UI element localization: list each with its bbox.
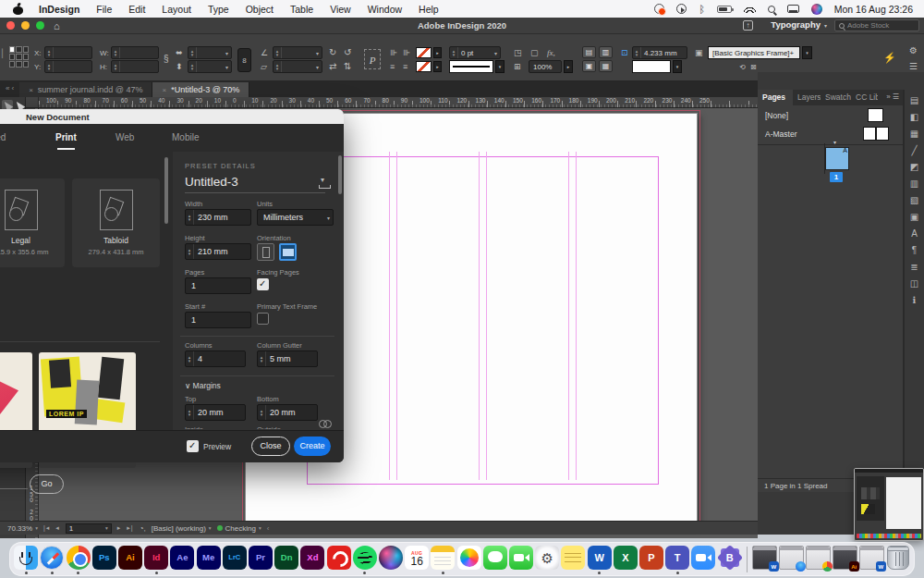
dock-calendar[interactable]: AUG16 [405, 544, 429, 574]
details-scrollbar[interactable] [338, 155, 342, 194]
panel-menu-icon[interactable]: ☰ [909, 62, 918, 71]
preset-card-legal[interactable]: Legal 215.9 x 355.6 mm [0, 178, 65, 267]
stepper-icon[interactable] [274, 47, 282, 58]
tab-mobile[interactable]: Mobile [172, 132, 199, 142]
stepper-icon[interactable] [633, 47, 641, 58]
text-wrap-none-icon[interactable]: ▤ [582, 46, 596, 58]
screen-recording-preview[interactable] [854, 468, 924, 541]
dock-window-2[interactable] [779, 544, 804, 574]
zoom-level-dropdown[interactable]: 70.33% [7, 524, 38, 533]
stepper-icon[interactable] [186, 351, 194, 366]
constrain-scale-link-icon[interactable]: 8 [237, 48, 251, 72]
fill-swatch-none[interactable] [416, 47, 432, 58]
primary-text-frame-checkbox[interactable] [257, 313, 269, 325]
constrain-dimensions-icon[interactable]: § [164, 55, 169, 64]
preset-card-tabloid[interactable]: Tabloid 279.4 x 431.8 mm [72, 178, 160, 267]
dock-facetime[interactable] [509, 544, 533, 574]
align-left-icon[interactable]: ⊪ [390, 48, 397, 57]
gradient-panel-icon[interactable]: ▧ [910, 195, 918, 205]
dock-teams[interactable]: T [665, 544, 689, 574]
stepper-icon[interactable] [186, 210, 194, 225]
color-panel-icon[interactable]: ◩ [910, 162, 918, 172]
master-row-none[interactable]: [None] [758, 106, 903, 124]
margin-bottom-field[interactable]: 20 mm [257, 404, 318, 421]
distribute-icon[interactable]: ≡ [390, 62, 395, 71]
dock-system-preferences[interactable]: ⚙ [535, 544, 559, 574]
next-page-button[interactable]: ▸ [117, 524, 122, 532]
x-field[interactable] [44, 46, 92, 59]
character-panel-icon[interactable]: A [911, 228, 918, 239]
select-container-icon[interactable]: P [364, 49, 381, 69]
dock-xd[interactable]: Xd [300, 544, 324, 574]
panel-tab-layers[interactable]: Layers [793, 90, 821, 105]
previous-page-button[interactable]: ◂ [55, 524, 60, 532]
dock-acrobat[interactable] [327, 544, 351, 574]
info-panel-icon[interactable]: ℹ [913, 295, 917, 305]
screen-record-icon[interactable] [654, 4, 664, 14]
stroke-style-preview[interactable] [449, 60, 493, 73]
flip-horizontal-icon[interactable]: ⇄ [329, 62, 336, 71]
break-link-style-icon[interactable]: ⊠ [750, 63, 757, 72]
menu-object[interactable]: Object [237, 4, 282, 15]
dialog-title-bar[interactable]: New Document [0, 109, 344, 124]
dock-siri[interactable] [379, 544, 403, 574]
reference-point-proxy[interactable] [9, 46, 29, 68]
doc-width-field[interactable]: 230 mm [185, 209, 251, 226]
flip-vertical-icon[interactable]: ⇅ [344, 62, 351, 71]
menu-view[interactable]: View [322, 4, 359, 15]
stepper-icon[interactable] [112, 47, 120, 58]
close-button[interactable]: Close [251, 437, 290, 456]
swatch-preview[interactable] [632, 60, 671, 73]
layers-panel-icon[interactable]: ◧ [910, 112, 918, 122]
close-tab-icon[interactable]: × [29, 86, 33, 94]
stepper-icon[interactable] [274, 61, 282, 72]
stepper-icon[interactable] [258, 351, 266, 366]
scale-y-dropdown[interactable] [188, 60, 232, 73]
preset-scrollbar[interactable] [164, 157, 168, 224]
menu-type[interactable]: Type [200, 4, 237, 15]
tab-saved[interactable]: Saved [0, 132, 6, 142]
corner-options-icon[interactable]: ◳ [514, 48, 522, 57]
dock-premiere-pro[interactable]: Pr [249, 544, 273, 574]
stepper-icon[interactable] [188, 47, 197, 58]
save-preset-icon[interactable] [319, 179, 330, 189]
column-gutter-field[interactable]: 5 mm [257, 350, 318, 367]
orientation-portrait-button[interactable] [257, 243, 274, 261]
page-number-field[interactable]: 1 [66, 523, 112, 534]
dock-excel[interactable]: X [614, 544, 638, 574]
preview-checkbox[interactable] [187, 440, 199, 452]
object-style-field[interactable]: [Basic Graphics Frame]+ [708, 46, 800, 59]
dock-photos[interactable] [457, 544, 481, 574]
dock-dimension[interactable]: Dn [274, 544, 298, 574]
menu-edit[interactable]: Edit [120, 4, 153, 15]
bluetooth-icon[interactable]: ᛒ [699, 5, 705, 14]
links-panel-icon[interactable]: ▦ [910, 129, 918, 139]
panel-tab-pages[interactable]: Pages [758, 90, 793, 105]
menu-window[interactable]: Window [359, 4, 410, 15]
text-wrap-object-icon[interactable]: ▣ [582, 60, 596, 72]
document-tab-inactive[interactable]: × summer journal.indd @ 47% [19, 82, 152, 97]
menu-help[interactable]: Help [410, 4, 447, 15]
tab-scroll-icons[interactable]: «‹ [0, 81, 19, 97]
tab-web[interactable]: Web [116, 132, 134, 142]
menu-layout[interactable]: Layout [153, 4, 200, 15]
columns-field[interactable]: 4 [185, 350, 246, 367]
story-panel-icon[interactable]: ◫ [910, 278, 918, 289]
panel-tab-cc-libraries[interactable]: CC Libraries [851, 90, 878, 105]
margins-section-toggle[interactable]: ∨ Margins [185, 381, 221, 390]
stepper-icon[interactable] [258, 405, 266, 420]
menu-clock[interactable]: Mon 16 Aug 23:26 [834, 4, 913, 15]
adobe-stock-search[interactable]: Adobe Stock [834, 19, 919, 31]
stepper-icon[interactable] [45, 47, 54, 58]
dock-window-5[interactable]: W [859, 544, 884, 574]
playback-icon[interactable] [676, 4, 687, 14]
scale-flyout-button[interactable]: ▸ [564, 60, 573, 73]
dock-powerpoint[interactable]: P [639, 544, 663, 574]
stepper-icon[interactable] [186, 405, 194, 420]
dock-finder[interactable] [14, 544, 38, 574]
height-field[interactable] [111, 60, 159, 73]
distribute-v-icon[interactable]: ≡ [403, 62, 407, 71]
y-field[interactable] [44, 60, 92, 73]
share-icon[interactable]: ↑ [743, 20, 753, 31]
battery-icon[interactable] [717, 6, 732, 13]
